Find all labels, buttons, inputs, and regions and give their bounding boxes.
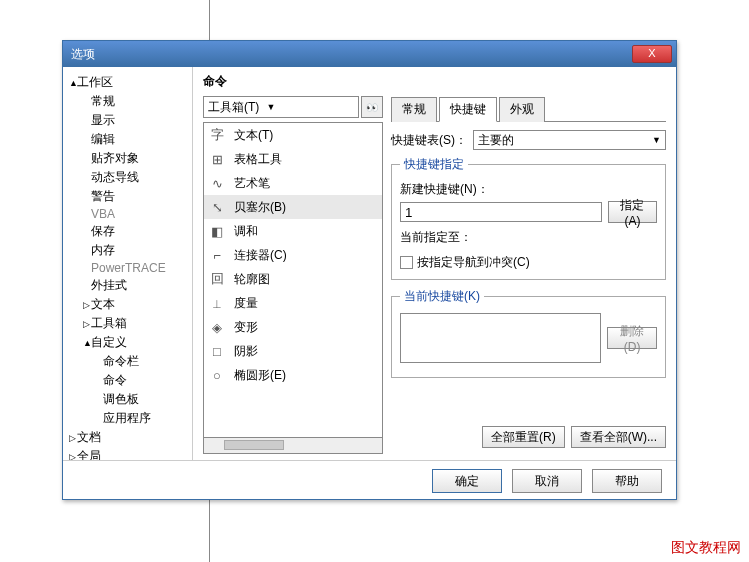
command-label: 阴影 <box>234 343 258 360</box>
command-label: 文本(T) <box>234 127 273 144</box>
command-icon: ◈ <box>208 318 226 336</box>
current-group-legend: 当前快捷键(K) <box>400 288 484 305</box>
binoculars-icon: 👀 <box>366 102 378 113</box>
tree-item[interactable]: 编辑 <box>67 130 188 149</box>
command-label: 贝塞尔(B) <box>234 199 286 216</box>
command-item[interactable]: 回轮廓图 <box>204 267 382 291</box>
shortcut-table-label: 快捷键表(S)： <box>391 132 467 149</box>
tree-item[interactable]: 命令栏 <box>67 352 188 371</box>
options-dialog: 选项 X ▲工作区常规显示编辑贴齐对象动态导线警告VBA保存内存PowerTRA… <box>62 40 677 500</box>
command-label: 连接器(C) <box>234 247 287 264</box>
tree-item[interactable]: ▲自定义 <box>67 333 188 352</box>
command-list[interactable]: 字文本(T)⊞表格工具∿艺术笔⤡贝塞尔(B)◧调和⌐连接器(C)回轮廓图⟂度量◈… <box>203 122 383 438</box>
command-icon: 回 <box>208 270 226 288</box>
titlebar: 选项 X <box>63 41 676 67</box>
dialog-title: 选项 <box>71 46 632 63</box>
reset-all-button[interactable]: 全部重置(R) <box>482 426 565 448</box>
search-button[interactable]: 👀 <box>361 96 383 118</box>
assign-group-legend: 快捷键指定 <box>400 156 468 173</box>
tree-item[interactable]: 警告 <box>67 187 188 206</box>
command-label: 艺术笔 <box>234 175 270 192</box>
tree-item[interactable]: 贴齐对象 <box>67 149 188 168</box>
command-label: 椭圆形(E) <box>234 367 286 384</box>
command-icon: ⤡ <box>208 198 226 216</box>
command-item[interactable]: ◈变形 <box>204 315 382 339</box>
shortcut-table-value: 主要的 <box>478 132 652 149</box>
nav-conflict-label: 按指定导航到冲突(C) <box>417 254 530 271</box>
command-icon: 字 <box>208 126 226 144</box>
command-icon: □ <box>208 342 226 360</box>
command-icon: ⟂ <box>208 294 226 312</box>
horizontal-scrollbar[interactable] <box>203 438 383 454</box>
command-item[interactable]: ⊞表格工具 <box>204 147 382 171</box>
command-item[interactable]: ○椭圆形(E) <box>204 363 382 387</box>
tab-0[interactable]: 常规 <box>391 97 437 122</box>
command-item[interactable]: ∿艺术笔 <box>204 171 382 195</box>
command-label: 度量 <box>234 295 258 312</box>
command-item[interactable]: ◧调和 <box>204 219 382 243</box>
category-combo-value: 工具箱(T) <box>208 99 259 116</box>
panel-title: 命令 <box>203 73 666 90</box>
command-item[interactable]: ⟂度量 <box>204 291 382 315</box>
command-icon: ⊞ <box>208 150 226 168</box>
tree-item[interactable]: PowerTRACE <box>67 260 188 276</box>
tree-item[interactable]: 外挂式 <box>67 276 188 295</box>
assign-button[interactable]: 指定(A) <box>608 201 657 223</box>
tree-item[interactable]: ▷全局 <box>67 447 188 460</box>
command-icon: ⌐ <box>208 246 226 264</box>
help-button[interactable]: 帮助 <box>592 469 662 493</box>
tree-item[interactable]: ▲工作区 <box>67 73 188 92</box>
view-all-button[interactable]: 查看全部(W)... <box>571 426 666 448</box>
category-combo[interactable]: 工具箱(T) ▼ <box>203 96 359 118</box>
current-shortcuts-list[interactable] <box>400 313 601 363</box>
command-label: 表格工具 <box>234 151 282 168</box>
command-item[interactable]: 字文本(T) <box>204 123 382 147</box>
command-icon: ∿ <box>208 174 226 192</box>
shortcut-table-combo[interactable]: 主要的 ▼ <box>473 130 666 150</box>
command-label: 变形 <box>234 319 258 336</box>
command-label: 调和 <box>234 223 258 240</box>
tree-item[interactable]: 保存 <box>67 222 188 241</box>
tab-2[interactable]: 外观 <box>499 97 545 122</box>
tree-item[interactable]: VBA <box>67 206 188 222</box>
cancel-button[interactable]: 取消 <box>512 469 582 493</box>
tab-1[interactable]: 快捷键 <box>439 97 497 122</box>
tree-item[interactable]: 应用程序 <box>67 409 188 428</box>
chevron-down-icon: ▼ <box>259 102 275 112</box>
tree-item[interactable]: 动态导线 <box>67 168 188 187</box>
command-item[interactable]: ⤡贝塞尔(B) <box>204 195 382 219</box>
tree-item[interactable]: 显示 <box>67 111 188 130</box>
chevron-down-icon: ▼ <box>652 135 661 145</box>
nav-conflict-checkbox[interactable] <box>400 256 413 269</box>
watermark-text: 图文教程网 <box>671 539 741 557</box>
new-shortcut-input[interactable] <box>400 202 602 222</box>
tree-item[interactable]: ▷工具箱 <box>67 314 188 333</box>
command-icon: ◧ <box>208 222 226 240</box>
tab-strip: 常规快捷键外观 <box>391 96 666 122</box>
delete-button[interactable]: 删除(D) <box>607 327 657 349</box>
tree-item[interactable]: ▷文本 <box>67 295 188 314</box>
ok-button[interactable]: 确定 <box>432 469 502 493</box>
tree-item[interactable]: 命令 <box>67 371 188 390</box>
command-item[interactable]: ⌐连接器(C) <box>204 243 382 267</box>
tree-item[interactable]: 内存 <box>67 241 188 260</box>
command-label: 轮廓图 <box>234 271 270 288</box>
category-tree[interactable]: ▲工作区常规显示编辑贴齐对象动态导线警告VBA保存内存PowerTRACE外挂式… <box>63 67 193 460</box>
close-button[interactable]: X <box>632 45 672 63</box>
currently-assigned-label: 当前指定至： <box>400 229 657 246</box>
current-shortcuts-group: 当前快捷键(K) 删除(D) <box>391 288 666 378</box>
tree-item[interactable]: 调色板 <box>67 390 188 409</box>
command-icon: ○ <box>208 366 226 384</box>
shortcut-assign-group: 快捷键指定 新建快捷键(N)： 指定(A) 当前指定至： 按指定导航到冲突(C) <box>391 156 666 280</box>
tree-item[interactable]: 常规 <box>67 92 188 111</box>
new-shortcut-label: 新建快捷键(N)： <box>400 181 657 198</box>
command-item[interactable]: □阴影 <box>204 339 382 363</box>
tree-item[interactable]: ▷文档 <box>67 428 188 447</box>
